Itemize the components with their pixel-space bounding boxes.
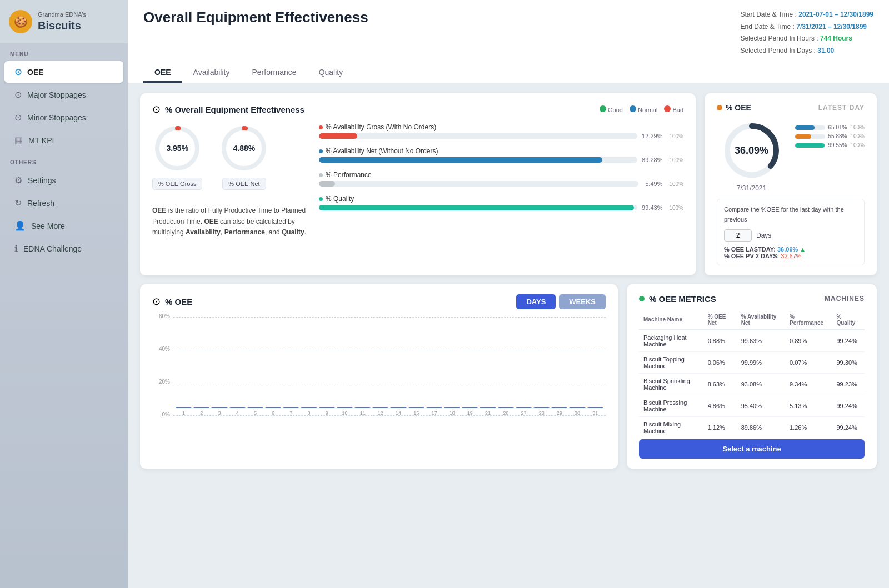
bar-label: 7 [289, 410, 292, 416]
bar-chart-bars: 123456789101112141517181921262728293031 [173, 317, 606, 416]
bar-col [587, 407, 603, 408]
bar-label: 10 [342, 410, 347, 416]
metric-quality: % Quality 99.43% 100% [319, 195, 683, 211]
bar-col [533, 407, 550, 408]
bar-label: 26 [503, 410, 508, 416]
table-row: Biscuit Pressing Machine4.86%95.40%5.13%… [639, 395, 865, 416]
bar-item: 8 [301, 407, 317, 416]
major-icon: ⊙ [14, 89, 22, 100]
bar-col [193, 407, 209, 408]
col-avail-net: % Availability Net [737, 310, 785, 330]
table-row: Biscuit Sprinkling Machine8.63%93.08%9.3… [639, 373, 865, 395]
bar-item: 11 [354, 407, 371, 416]
sidebar-item-label: Major Stoppages [27, 91, 86, 99]
tab-availability[interactable]: Availability [182, 63, 241, 83]
oee-overview-card: ⊙ % Overall Equipment Effectiveness Good… [140, 93, 696, 275]
bar-col [319, 407, 335, 408]
bar-col [480, 407, 496, 408]
sidebar-item-oee[interactable]: ⊙ OEE [4, 61, 123, 83]
bottom-row: ⊙ % OEE DAYS WEEKS 60% 40% 20% 0% [140, 284, 877, 469]
bar-item: 18 [444, 407, 460, 416]
col-machine: Machine Name [639, 310, 703, 330]
bar-item: 31 [587, 407, 603, 416]
sidebar-item-minor[interactable]: ⊙ Minor Stoppages [4, 107, 123, 128]
bar-col [569, 407, 585, 408]
chart-title: % OEE [165, 297, 192, 306]
bar-item: 5 [247, 407, 263, 416]
btn-weeks[interactable]: WEEKS [559, 294, 606, 309]
bar-label: 5 [254, 410, 257, 416]
gauge-net-wrap: 4.88% % OEE Net [219, 123, 269, 190]
sidebar-item-label: OEE [27, 68, 44, 77]
bar-item: 15 [408, 407, 424, 416]
chart-btn-group: DAYS WEEKS [516, 294, 606, 309]
tab-quality[interactable]: Quality [308, 63, 354, 83]
gauge-large: 36.09% [721, 120, 782, 181]
bar-item: 21 [480, 407, 496, 416]
col-oee-net: % OEE Net [703, 310, 737, 330]
bar-item: 29 [551, 407, 567, 416]
metrics-dot [639, 296, 645, 301]
sidebar-item-refresh[interactable]: ↻ Refresh [4, 192, 123, 214]
oee-icon: ⊙ [14, 67, 22, 77]
bar-label: 6 [272, 410, 274, 416]
col-quality: % Quality [832, 310, 865, 330]
table-row: Biscuit Mixing Machine1.12%89.86%1.26%99… [639, 416, 865, 433]
oee-card-icon: ⊙ [152, 103, 161, 115]
sidebar-item-kpi[interactable]: ▦ MT KPI [4, 129, 123, 151]
bar-item: 1 [176, 407, 192, 416]
bar-col [301, 407, 317, 408]
gauge-gross-wrap: 3.95% % OEE Gross [152, 123, 202, 190]
bar-item: 17 [426, 407, 442, 416]
gauge-date: 7/31/2021 [717, 184, 786, 192]
bar-label: 30 [575, 410, 580, 416]
metric-avail-net: % Availability Net (Without No Orders) 8… [319, 147, 683, 163]
sidebar-item-edna[interactable]: ℹ EDNA Challenge [4, 238, 123, 259]
tab-performance[interactable]: Performance [241, 63, 307, 83]
gauge-gross-label: % OEE Gross [152, 178, 202, 190]
table-row: Packaging Heat Machine0.88%99.63%0.89%99… [639, 330, 865, 352]
bar-label: 11 [360, 410, 366, 416]
bar-item: 27 [516, 407, 532, 416]
start-date: Start Date & Time : 2021-07-01 – 12/30/1… [740, 9, 873, 21]
select-machine-button[interactable]: Select a machine [639, 439, 865, 459]
legend-bad: Bad [672, 107, 683, 113]
compare-text: Compare the %OEE for the last day with t… [724, 205, 857, 224]
oee-dot [717, 105, 722, 110]
latest-day-card: % OEE LATEST DAY 36.09% [705, 93, 877, 275]
bar-label: 8 [308, 410, 311, 416]
bar-col [265, 407, 281, 408]
sidebar-item-major[interactable]: ⊙ Major Stoppages [4, 84, 123, 105]
nav-tabs: OEE Availability Performance Quality [143, 63, 873, 83]
logo: 🍪 Grandma EDNA's Biscuits [0, 0, 128, 43]
oee-description: OEE is the ratio of Fully Productive Tim… [152, 205, 308, 238]
btn-days[interactable]: DAYS [516, 294, 556, 309]
bar-item: 7 [283, 407, 299, 416]
end-date: End Date & Time : 7/31/2021 – 12/30/1899 [740, 21, 873, 33]
legend: Good Normal Bad [600, 105, 683, 113]
period-days-value: 31.00 [817, 47, 834, 54]
bar-col [229, 407, 246, 408]
sidebar-item-see-more[interactable]: 👤 See More [4, 215, 123, 237]
chart-card: ⊙ % OEE DAYS WEEKS 60% 40% 20% 0% [140, 284, 618, 469]
days-input[interactable] [724, 229, 752, 242]
bar-label: 4 [236, 410, 239, 416]
period-hours-value: 744 Hours [820, 34, 852, 42]
machines-link[interactable]: MACHINES [825, 295, 865, 303]
tab-oee[interactable]: OEE [143, 63, 182, 83]
metric-avail-gross-val: 12.29% [642, 133, 662, 139]
minor-icon: ⊙ [14, 112, 22, 123]
compare-section: Compare the %OEE for the last day with t… [717, 199, 865, 265]
metric-quality-val: 99.43% [642, 204, 662, 211]
gauge-net-label: % OEE Net [222, 178, 266, 190]
sidebar-item-label: Settings [28, 176, 56, 185]
end-date-value: 7/31/2021 – 12/30/1899 [796, 23, 867, 31]
bar-col [283, 407, 299, 408]
bar-item: 3 [211, 407, 227, 416]
bar-label: 19 [467, 410, 473, 416]
bar-item: 19 [462, 407, 478, 416]
sidebar-item-settings[interactable]: ⚙ Settings [4, 169, 123, 191]
topbar: Overall Equipment Effectiveness Start Da… [128, 0, 889, 83]
others-section-label: OTHERS [0, 152, 128, 169]
metrics-list: % Availability Gross (With No Orders) 12… [319, 123, 683, 238]
